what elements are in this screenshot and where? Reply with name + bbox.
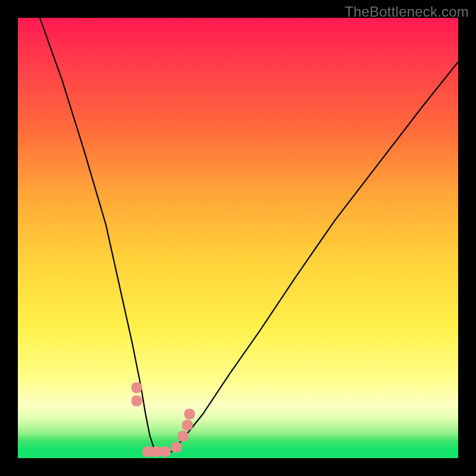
chart-frame: TheBottleneck.com xyxy=(0,0,476,476)
zoom-marker xyxy=(184,409,195,419)
zoom-marker xyxy=(182,420,193,431)
watermark-text: TheBottleneck.com xyxy=(345,4,469,20)
curve-layer xyxy=(18,18,458,458)
zoom-marker xyxy=(160,446,171,457)
zoom-markers xyxy=(131,383,195,457)
plot-area xyxy=(18,18,458,458)
zoom-marker xyxy=(171,442,181,453)
zoom-marker xyxy=(131,383,142,393)
zoom-marker xyxy=(131,396,142,406)
zoom-marker xyxy=(178,431,189,441)
bottleneck-curve xyxy=(40,18,458,454)
